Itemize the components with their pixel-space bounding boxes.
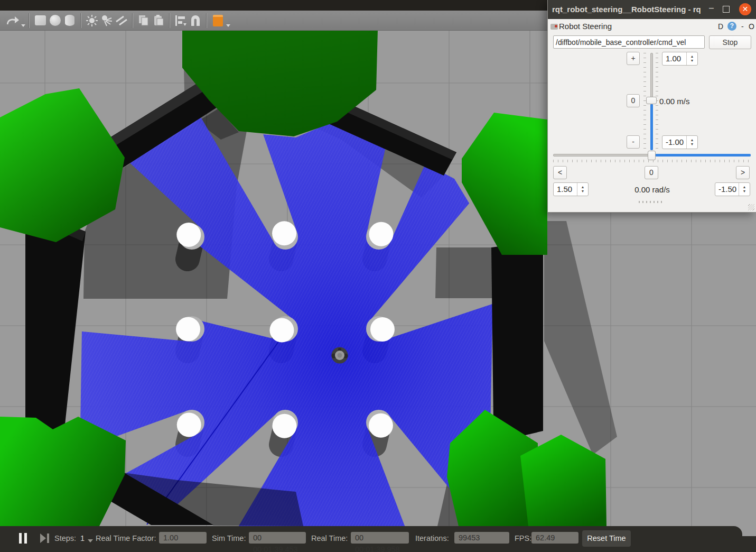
angular-slider-fill — [655, 154, 751, 157]
plugin-title: Robot Steering — [559, 22, 612, 31]
fps-label: FPS: — [515, 534, 531, 542]
pause-icon[interactable] — [24, 533, 27, 544]
step-icon[interactable] — [47, 533, 49, 543]
directional-light-icon[interactable] — [114, 12, 129, 29]
steps-value[interactable]: 1 — [80, 534, 85, 542]
linear-slider-handle[interactable] — [646, 97, 657, 104]
pause-icon[interactable] — [19, 533, 22, 544]
minimize-button[interactable]: – — [709, 3, 714, 13]
gazebo-window: Steps: 1 Real Time Factor: 1.00 Sim Time… — [0, 0, 756, 552]
spinbox-arrows-icon[interactable]: ▲▼ — [686, 136, 697, 149]
insert-cylinder-icon[interactable] — [62, 12, 77, 29]
linear-zero-button[interactable]: 0 — [627, 94, 640, 107]
angular-zero-button[interactable]: 0 — [645, 166, 658, 179]
copy-icon[interactable] — [136, 12, 151, 29]
real-time-label: Real Time: — [311, 534, 348, 542]
iterations-label: Iterations: — [415, 534, 449, 542]
sim-time-field[interactable]: 00 00:01:39.453 — [249, 532, 306, 544]
step-icon[interactable] — [40, 533, 46, 543]
close-button[interactable]: ✕ — [739, 3, 751, 15]
maximize-button[interactable] — [723, 6, 730, 13]
linear-max-spinbox[interactable]: 1.00 ▲▼ — [662, 52, 698, 66]
resize-grip[interactable] — [748, 204, 754, 210]
sim-time-label: Sim Time: — [212, 534, 246, 542]
spot-light-icon[interactable] — [99, 12, 114, 29]
status-bar-extension — [742, 536, 756, 552]
view-angle-dropdown-icon[interactable] — [226, 24, 230, 27]
redo-icon[interactable] — [5, 12, 20, 29]
snap-magnet-icon[interactable] — [188, 12, 203, 29]
linear-slider-fill — [650, 104, 653, 150]
angular-slider-handle[interactable] — [648, 151, 656, 160]
rtf-label: Real Time Factor: — [96, 534, 156, 542]
plugin-minimize-button[interactable]: - — [741, 22, 744, 31]
steps-label: Steps: — [54, 534, 76, 542]
point-light-icon[interactable] — [85, 12, 99, 29]
rqt-titlebar[interactable]: rqt_robot_steering__RobotSteering - rqt … — [548, 0, 756, 19]
plugin-d-button[interactable]: D — [718, 22, 723, 31]
fps-field[interactable]: 62.49 — [531, 532, 578, 544]
linear-plus-button[interactable]: + — [627, 52, 640, 65]
paste-icon[interactable] — [151, 12, 166, 29]
stop-button[interactable]: Stop — [709, 35, 751, 49]
align-icon[interactable] — [173, 12, 188, 29]
angular-right-button[interactable]: > — [736, 166, 750, 179]
gamepad-icon — [550, 24, 558, 30]
insert-sphere-icon[interactable] — [48, 12, 62, 29]
plugin-close-button[interactable]: O — [749, 22, 754, 31]
spinbox-arrows-icon[interactable]: ▲▼ — [739, 183, 750, 196]
rtf-field[interactable]: 1.00 — [159, 532, 207, 544]
view-angle-icon[interactable] — [210, 12, 225, 29]
reset-time-button[interactable]: Reset Time — [582, 530, 631, 547]
linear-minus-button[interactable]: - — [627, 135, 640, 149]
linear-value-label: 0.00 m/s — [659, 97, 690, 106]
linear-min-spinbox[interactable]: -1.00 ▲▼ — [662, 135, 698, 149]
redo-dropdown-icon[interactable] — [21, 24, 25, 27]
angular-slider-ticks — [553, 160, 751, 162]
spinbox-arrows-icon[interactable]: ▲▼ — [686, 52, 697, 65]
steps-dropdown-icon[interactable] — [88, 539, 93, 542]
real-time-field[interactable]: 00 00:01:39.958 — [351, 532, 409, 544]
angular-left-button[interactable]: < — [553, 166, 567, 179]
rqt-window: rqt_robot_steering__RobotSteering - rqt … — [547, 0, 756, 213]
iterations-field[interactable]: 99453 — [454, 532, 509, 544]
help-icon[interactable]: ? — [727, 22, 736, 31]
splitter-handle[interactable] — [639, 201, 663, 203]
angular-min-spinbox[interactable]: -1.50 ▲▼ — [715, 182, 750, 196]
rqt-window-title: rqt_robot_steering__RobotSteering - rqt — [552, 0, 701, 19]
insert-box-icon[interactable] — [33, 12, 48, 29]
topic-input[interactable]: /diffbot/mobile_base_controller/cmd_vel — [553, 35, 705, 49]
